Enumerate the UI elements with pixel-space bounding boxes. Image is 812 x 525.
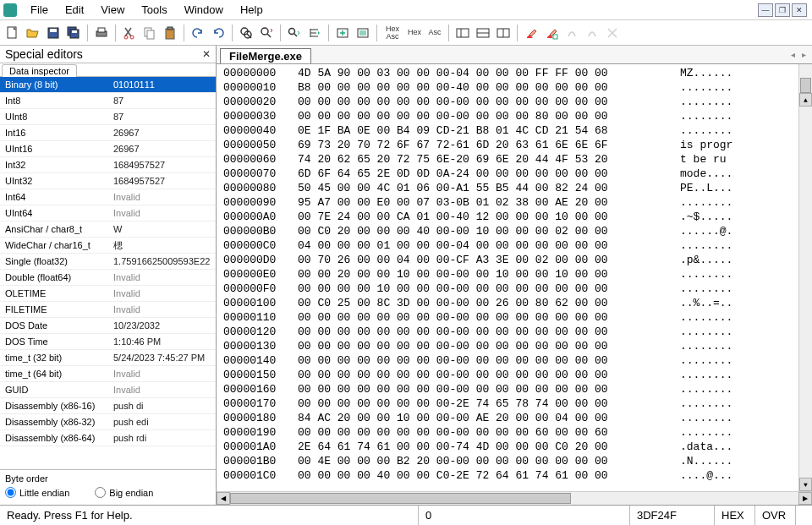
hex-mode-button[interactable]: Hex bbox=[405, 24, 424, 42]
hex-row[interactable]: 0000012000 00 00 00 00 00 00 00-00 00 00… bbox=[223, 325, 798, 339]
cut-button[interactable] bbox=[120, 24, 139, 42]
big-endian-radio[interactable]: Big endian bbox=[95, 487, 153, 498]
hex-row[interactable]: 000000B000 C0 20 00 00 00 40 00-00 10 00… bbox=[223, 224, 798, 238]
menu-view[interactable]: View bbox=[92, 2, 133, 18]
inspector-row[interactable]: UInt64Invalid bbox=[0, 205, 216, 221]
inspector-row[interactable]: WideChar / char16_t楒 bbox=[0, 238, 216, 254]
find-next-button[interactable] bbox=[285, 24, 304, 42]
scroll-right-icon[interactable]: ▶ bbox=[798, 492, 812, 505]
bookmark-list-button[interactable] bbox=[354, 24, 372, 42]
inspector-row[interactable]: GUIDInvalid bbox=[0, 382, 216, 398]
inspector-row[interactable]: Int321684957527 bbox=[0, 157, 216, 173]
tool-a-button[interactable] bbox=[562, 24, 581, 42]
inspector-row[interactable]: Int64Invalid bbox=[0, 189, 216, 205]
hex-row[interactable]: 0000005069 73 20 70 72 6F 67 72-61 6D 20… bbox=[223, 138, 798, 152]
hex-row[interactable]: 000001C000 00 00 00 40 00 00 C0-2E 72 64… bbox=[223, 468, 798, 483]
close-button[interactable]: ✕ bbox=[792, 3, 807, 17]
hscroll-thumb[interactable] bbox=[230, 493, 571, 504]
scroll-left-icon[interactable]: ◀ bbox=[217, 492, 230, 505]
open-button[interactable] bbox=[24, 24, 42, 42]
panel-close-icon[interactable]: ✕ bbox=[202, 48, 211, 60]
inspector-row[interactable]: UInt1626967 bbox=[0, 141, 216, 157]
inspector-row[interactable]: Binary (8 bit)01010111 bbox=[0, 77, 216, 93]
hex-row[interactable]: 000000D000 70 26 00 00 04 00 00-CF A3 3E… bbox=[223, 253, 798, 267]
tab-nav-left-icon[interactable]: ◂ bbox=[788, 50, 798, 59]
menu-tools[interactable]: Tools bbox=[133, 2, 175, 18]
undo-button[interactable] bbox=[189, 24, 207, 42]
inspector-row[interactable]: UInt321684957527 bbox=[0, 173, 216, 189]
inspector-row[interactable]: Single (float32)1.75916625009593E22 bbox=[0, 254, 216, 270]
paste-button[interactable] bbox=[161, 24, 179, 42]
hex-row[interactable]: 000000706D 6F 64 65 2E 0D 0D 0A-24 00 00… bbox=[223, 167, 798, 181]
inspector-row[interactable]: DOS Date10/23/2032 bbox=[0, 318, 216, 334]
hex-row[interactable]: 0000017000 00 00 00 00 00 00 00-2E 74 65… bbox=[223, 396, 798, 411]
redo-button[interactable] bbox=[209, 24, 228, 42]
hex-row[interactable]: 0000003000 00 00 00 00 00 00 00-00 00 00… bbox=[223, 109, 798, 123]
menu-edit[interactable]: Edit bbox=[57, 2, 92, 18]
maximize-button[interactable]: ❐ bbox=[775, 3, 790, 17]
menu-window[interactable]: Window bbox=[176, 2, 232, 18]
hex-row[interactable]: 0000008050 45 00 00 4C 01 06 00-A1 55 B5… bbox=[223, 181, 798, 195]
bookmark-toggle-button[interactable] bbox=[333, 24, 352, 42]
layout-2-button[interactable] bbox=[474, 24, 492, 42]
copy-button[interactable] bbox=[140, 24, 159, 42]
hex-asc-mode-button[interactable]: Hex Asc bbox=[381, 24, 403, 42]
inspector-row[interactable]: OLETIMEInvalid bbox=[0, 286, 216, 302]
data-inspector-table[interactable]: Binary (8 bit)01010111Int887UInt887Int16… bbox=[0, 77, 216, 469]
inspector-row[interactable]: DOS Time1:10:46 PM bbox=[0, 334, 216, 350]
save-button[interactable] bbox=[44, 24, 63, 42]
hex-row[interactable]: 000001A02E 64 61 74 61 00 00 00-74 4D 00… bbox=[223, 440, 798, 454]
hex-row[interactable]: 0000009095 A7 00 00 E0 00 07 03-0B 01 02… bbox=[223, 195, 798, 210]
hex-row[interactable]: 0000016000 00 00 00 00 00 00 00-00 00 00… bbox=[223, 382, 798, 396]
status-hex-mode[interactable]: HEX bbox=[714, 506, 754, 525]
highlight-manage-button[interactable] bbox=[542, 24, 561, 42]
inspector-row[interactable]: Int887 bbox=[0, 93, 216, 109]
inspector-row[interactable]: UInt887 bbox=[0, 109, 216, 125]
hex-row[interactable]: 0000018084 AC 20 00 00 10 00 00-00 AE 20… bbox=[223, 411, 798, 425]
menu-help[interactable]: Help bbox=[232, 2, 272, 18]
highlight-button[interactable] bbox=[522, 24, 540, 42]
scroll-down-icon[interactable]: ▼ bbox=[799, 478, 812, 491]
status-ovr-mode[interactable]: OVR bbox=[754, 506, 795, 525]
hex-row[interactable]: 00000010B8 00 00 00 00 00 00 00-40 00 00… bbox=[223, 80, 798, 95]
hex-row[interactable]: 0000006074 20 62 65 20 72 75 6E-20 69 6E… bbox=[223, 152, 798, 167]
tool-c-button[interactable] bbox=[603, 24, 622, 42]
inspector-row[interactable]: AnsiChar / char8_tW bbox=[0, 221, 216, 238]
resize-grip[interactable] bbox=[795, 506, 812, 525]
inspector-row[interactable]: Disassembly (x86-16)push di bbox=[0, 398, 216, 414]
save-all-button[interactable] bbox=[64, 24, 83, 42]
hex-row[interactable]: 000000400E 1F BA 0E 00 B4 09 CD-21 B8 01… bbox=[223, 123, 798, 138]
hex-row[interactable]: 0000015000 00 00 00 00 00 00 00-00 00 00… bbox=[223, 368, 798, 382]
tool-b-button[interactable] bbox=[583, 24, 601, 42]
inspector-row[interactable]: Disassembly (x86-64)push rdi bbox=[0, 430, 216, 446]
hex-row[interactable]: 000000C004 00 00 00 01 00 00 00-04 00 00… bbox=[223, 238, 798, 253]
menu-file[interactable]: File bbox=[22, 2, 57, 18]
vertical-scrollbar[interactable]: ▲ ▼ bbox=[798, 64, 812, 491]
hex-row[interactable]: 000001B000 4E 00 00 00 B2 20 00-00 00 00… bbox=[223, 454, 798, 468]
hex-row[interactable]: 0000014000 00 00 00 00 00 00 00-00 00 00… bbox=[223, 353, 798, 368]
inspector-row[interactable]: time_t (64 bit)Invalid bbox=[0, 366, 216, 382]
scroll-thumb[interactable] bbox=[800, 78, 811, 93]
inspector-row[interactable]: Int1626967 bbox=[0, 125, 216, 141]
find-button[interactable] bbox=[237, 24, 255, 42]
horizontal-scrollbar[interactable]: ◀ ▶ bbox=[217, 491, 812, 505]
hex-row[interactable]: 0000010000 C0 25 00 8C 3D 00 00-00 00 26… bbox=[223, 296, 798, 310]
layout-1-button[interactable] bbox=[453, 24, 472, 42]
inspector-row[interactable]: FILETIMEInvalid bbox=[0, 302, 216, 318]
layout-3-button[interactable] bbox=[494, 24, 513, 42]
print-button[interactable] bbox=[92, 24, 111, 42]
inspector-row[interactable]: time_t (32 bit)5/24/2023 7:45:27 PM bbox=[0, 350, 216, 366]
minimize-button[interactable]: — bbox=[758, 3, 773, 17]
tab-nav-right-icon[interactable]: ▸ bbox=[799, 50, 809, 59]
new-button[interactable] bbox=[3, 24, 22, 42]
hex-content[interactable]: 000000004D 5A 90 00 03 00 00 00-04 00 00… bbox=[217, 64, 812, 491]
inspector-row[interactable]: Double (float64)Invalid bbox=[0, 270, 216, 286]
hex-row[interactable]: 0000019000 00 00 00 00 00 00 00-00 00 00… bbox=[223, 425, 798, 440]
hex-row[interactable]: 0000013000 00 00 00 00 00 00 00-00 00 00… bbox=[223, 339, 798, 353]
replace-button[interactable] bbox=[257, 24, 276, 42]
scroll-up-icon[interactable]: ▲ bbox=[799, 93, 812, 107]
file-tab-active[interactable]: FileMerge.exe bbox=[220, 48, 311, 63]
little-endian-radio[interactable]: Little endian bbox=[5, 487, 69, 498]
hex-row[interactable]: 0000011000 00 00 00 00 00 00 00-00 00 00… bbox=[223, 310, 798, 325]
goto-button[interactable] bbox=[305, 24, 324, 42]
